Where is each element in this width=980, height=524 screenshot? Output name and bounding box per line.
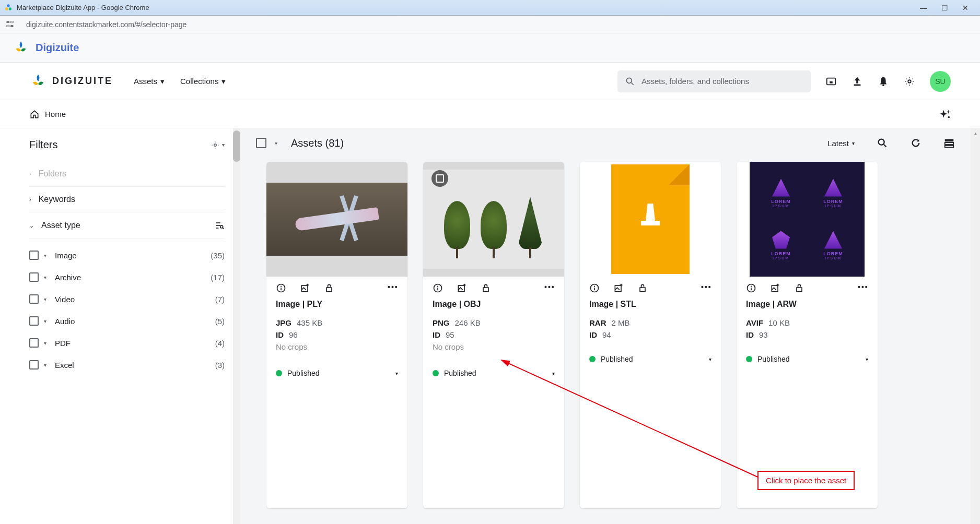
- svg-point-2: [9, 7, 11, 10]
- chevron-down-icon[interactable]: ▾: [275, 140, 277, 146]
- status-dropdown[interactable]: Published ▾: [266, 364, 407, 386]
- asset-card[interactable]: ••• Image | OBJ PNG246 KB ID95 No crops …: [423, 162, 564, 508]
- svg-point-15: [214, 144, 217, 146]
- status-dot-icon: [589, 356, 596, 362]
- select-checkbox[interactable]: [431, 170, 448, 187]
- bell-icon[interactable]: [878, 76, 889, 87]
- filter-keywords[interactable]: › Keywords: [29, 187, 225, 212]
- lock-icon[interactable]: [637, 283, 648, 293]
- chevron-down-icon: ▾: [866, 356, 868, 362]
- list-search-icon[interactable]: [214, 220, 225, 231]
- asset-card[interactable]: LOREMIPSUMLOREMIPSUMLOREMIPSUMLOREMIPSUM…: [737, 162, 878, 508]
- info-icon[interactable]: [276, 283, 286, 293]
- filter-folders[interactable]: › Folders: [29, 161, 225, 187]
- checkbox[interactable]: [29, 272, 39, 282]
- svg-rect-25: [945, 146, 954, 148]
- grid-view-icon[interactable]: [943, 137, 955, 149]
- card-crops: No crops: [433, 342, 555, 351]
- chevron-down-icon: ▾: [552, 371, 555, 376]
- page-scrollbar[interactable]: ▴: [971, 128, 980, 524]
- svg-rect-23: [945, 139, 954, 142]
- svg-rect-3: [6, 21, 9, 22]
- place-asset-icon[interactable]: [770, 283, 780, 293]
- asset-type-label: Archive: [55, 273, 211, 282]
- maximize-button[interactable]: ☐: [934, 0, 955, 15]
- browser-urlbar: digizuite.contentstackmarket.com/#/selec…: [0, 16, 980, 33]
- card-id: 96: [289, 330, 298, 339]
- place-asset-icon[interactable]: [457, 283, 467, 293]
- card-title: Image | STL: [589, 300, 711, 309]
- card-format: RAR: [589, 318, 606, 327]
- checkbox[interactable]: [29, 294, 39, 304]
- chevron-right-icon: ›: [29, 196, 31, 203]
- svg-rect-11: [854, 84, 861, 86]
- checkbox[interactable]: [29, 338, 39, 348]
- checkbox[interactable]: [29, 360, 39, 370]
- asset-card[interactable]: ••• Image | PLY JPG435 KB ID96 No crops …: [266, 162, 407, 508]
- card-id: 93: [759, 330, 768, 339]
- asset-type-label: PDF: [55, 339, 215, 348]
- place-asset-icon[interactable]: [300, 283, 310, 293]
- info-icon[interactable]: [746, 283, 756, 293]
- home-icon: [29, 109, 40, 120]
- asset-type-row[interactable]: ▾ Excel (3): [29, 354, 225, 376]
- sidebar-scrollbar[interactable]: [233, 128, 240, 524]
- brand-name: Digizuite: [36, 42, 79, 54]
- svg-point-13: [908, 80, 911, 83]
- select-all-checkbox[interactable]: [256, 138, 266, 148]
- asset-type-row[interactable]: ▾ Image (35): [29, 244, 225, 266]
- lock-icon[interactable]: [324, 283, 334, 293]
- place-asset-icon[interactable]: [613, 283, 624, 293]
- card-id: 94: [602, 330, 611, 339]
- more-icon[interactable]: •••: [701, 283, 711, 293]
- asset-type-label: Excel: [55, 361, 215, 370]
- more-icon[interactable]: •••: [388, 283, 398, 293]
- card-title: Image | PLY: [276, 300, 398, 309]
- breadcrumb-home[interactable]: Home: [29, 109, 66, 120]
- refresh-icon[interactable]: [910, 137, 921, 149]
- chevron-down-icon: ▾: [44, 362, 46, 368]
- filter-asset-type[interactable]: ⌄ Asset type: [29, 212, 225, 239]
- asset-type-row[interactable]: ▾ Archive (17): [29, 266, 225, 288]
- asset-type-row[interactable]: ▾ Audio (5): [29, 310, 225, 332]
- gear-icon[interactable]: [904, 76, 915, 87]
- more-icon[interactable]: •••: [544, 283, 555, 293]
- status-dropdown[interactable]: Published ▾: [737, 350, 878, 372]
- lock-icon[interactable]: [794, 283, 804, 293]
- asset-card[interactable]: ••• Image | STL RAR2 MB ID94 Published ▾: [580, 162, 721, 508]
- upload-icon[interactable]: [851, 76, 863, 87]
- checkbox[interactable]: [29, 251, 39, 260]
- svg-point-7: [626, 78, 632, 83]
- assets-heading: Assets (81): [291, 137, 344, 149]
- card-id: 95: [446, 330, 454, 339]
- chevron-down-icon: ▾: [44, 318, 46, 324]
- nav-collections[interactable]: Collections ▾: [180, 77, 226, 86]
- svg-rect-35: [483, 288, 488, 292]
- status-dropdown[interactable]: Published ▾: [423, 364, 564, 386]
- asset-type-row[interactable]: ▾ PDF (4): [29, 332, 225, 354]
- asset-type-label: Image: [55, 251, 211, 260]
- inbox-icon[interactable]: [825, 76, 837, 87]
- checkbox[interactable]: [29, 316, 39, 326]
- sort-dropdown[interactable]: Latest ▾: [827, 139, 855, 148]
- search-input[interactable]: Assets, folders, and collections: [617, 70, 811, 92]
- nav-assets[interactable]: Assets ▾: [134, 77, 165, 86]
- lock-icon[interactable]: [481, 283, 491, 293]
- info-icon[interactable]: [433, 283, 443, 293]
- chevron-down-icon: ▾: [44, 296, 46, 302]
- close-window-button[interactable]: ✕: [955, 0, 976, 15]
- asset-type-row[interactable]: ▾ Video (7): [29, 288, 225, 310]
- svg-line-8: [632, 82, 634, 85]
- status-dropdown[interactable]: Published ▾: [580, 350, 721, 372]
- site-settings-icon[interactable]: [5, 19, 16, 30]
- sparkle-icon[interactable]: [939, 109, 951, 120]
- main-logo-icon: [29, 73, 47, 90]
- filters-settings[interactable]: ▾: [211, 140, 225, 150]
- brand-logo-icon: [13, 40, 29, 56]
- minimize-button[interactable]: —: [913, 0, 934, 15]
- avatar[interactable]: SU: [930, 71, 951, 92]
- url-text[interactable]: digizuite.contentstackmarket.com/#/selec…: [26, 20, 186, 29]
- info-icon[interactable]: [589, 283, 600, 293]
- more-icon[interactable]: •••: [858, 283, 868, 293]
- search-icon[interactable]: [877, 137, 888, 149]
